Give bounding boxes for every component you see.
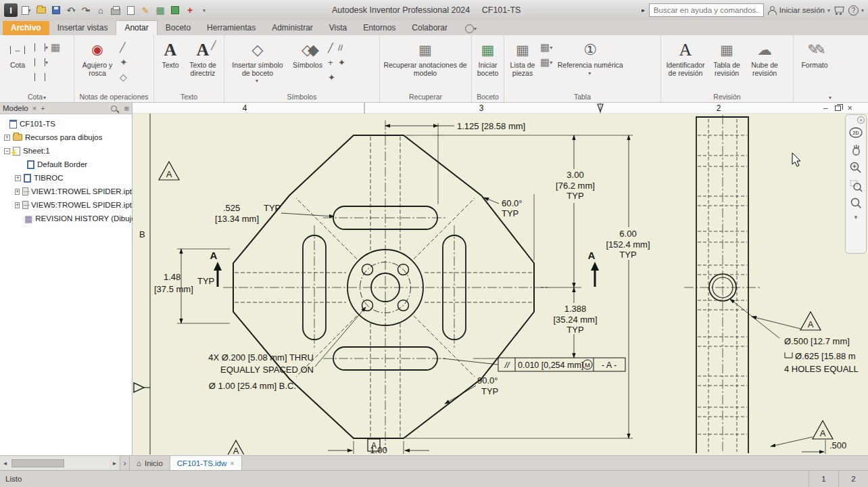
parallel-symbol-button[interactable]: // — [337, 40, 347, 55]
measure-button[interactable]: ✎ — [139, 3, 151, 17]
formato-button[interactable]: ✎✎ Formato — [796, 37, 834, 71]
home-button[interactable]: ⌂ — [95, 3, 107, 17]
bend-note-button[interactable]: ◇ — [118, 70, 129, 85]
scroll-right-icon[interactable]: ▸ — [110, 459, 120, 467]
zoom-all-button[interactable] — [847, 194, 865, 212]
doc-restore-button[interactable] — [835, 106, 841, 111]
doc-minimize-button[interactable]: – — [823, 103, 828, 113]
tab-entornos[interactable]: Entornos — [355, 21, 404, 35]
tree-item-sheet1[interactable]: − ⚡ Sheet:1 — [0, 144, 132, 158]
browser-add-tab-icon[interactable]: + — [41, 104, 45, 112]
sign-in-chevron-icon[interactable]: ▾ — [827, 7, 830, 14]
browser-title[interactable]: Modelo — [3, 104, 28, 112]
doc-tab-inicio[interactable]: ⌂ Inicio — [130, 456, 170, 470]
browser-menu-icon[interactable]: ≡ — [124, 103, 129, 114]
group-label-revision[interactable]: Revisión — [661, 93, 793, 101]
group-label-cota[interactable]: Cota ▾ — [0, 93, 74, 101]
baseline-dim-button[interactable]: ▾ — [33, 40, 49, 55]
group-label-simbolos[interactable]: Símbolos — [224, 93, 379, 101]
expand-icon[interactable]: + — [15, 175, 21, 181]
tree-item-view1[interactable]: + VIEW1:TROWEL SPIDER.ipt — [0, 185, 132, 198]
material-button[interactable]: ▦ — [154, 3, 166, 17]
scrollbar-track[interactable] — [10, 459, 110, 468]
zoom-window-button[interactable] — [847, 177, 865, 194]
weld-symbol-button[interactable]: ✦ — [327, 70, 337, 85]
help-chevron-icon[interactable]: ▾ — [861, 7, 864, 14]
recuperar-button[interactable]: ▦ Recuperar anotaciones de modelo — [382, 37, 468, 78]
print-preview-button[interactable] — [124, 3, 137, 17]
browser-expand-chevron[interactable]: › — [120, 456, 130, 470]
tab-close-icon[interactable]: × — [230, 459, 234, 467]
group-label-notas[interactable]: Notas de operaciones — [74, 93, 153, 101]
ribbon-display-options[interactable]: ▾ — [465, 24, 477, 35]
doc-close-button[interactable]: × — [848, 103, 852, 113]
tree-item-recursos[interactable]: + Recursos para dibujos — [0, 131, 132, 144]
expand-icon[interactable]: + — [15, 202, 20, 208]
scrollbar-thumb[interactable] — [11, 459, 64, 467]
drawing-sheet[interactable] — [132, 114, 868, 455]
insertar-simbolo-button[interactable]: ◇ Insertar símbolo de boceto ▾ — [226, 37, 289, 87]
zoom-in-button[interactable] — [847, 159, 865, 177]
simbolos-button[interactable]: ◇◆ Símbolos — [289, 37, 327, 71]
table-button[interactable]: ▦▾ — [539, 40, 554, 55]
cota-button[interactable]: ↔ Cota — [2, 37, 33, 71]
redo-button[interactable]: ↷▾ — [80, 3, 92, 17]
add-qat-button[interactable]: + — [184, 3, 196, 17]
tree-item-view5[interactable]: + VIEW5:TROWEL SPIDER.ipt — [0, 198, 132, 212]
texto-directriz-button[interactable]: A Texto de directriz — [185, 37, 221, 78]
scroll-left-icon[interactable]: ◂ — [0, 459, 10, 467]
group-label-tabla[interactable]: Tabla — [504, 93, 660, 101]
hole-table-button[interactable]: ▦▾ — [539, 55, 554, 70]
retrieve-dim-button[interactable]: ▦ — [49, 40, 62, 55]
texto-button[interactable]: A Texto — [156, 37, 185, 71]
expand-icon[interactable]: + — [4, 135, 10, 141]
browser-horizontal-scrollbar[interactable]: ◂ ▸ — [0, 456, 120, 470]
drawing-canvas[interactable]: 4 3 2 B — [132, 103, 868, 455]
print-button[interactable] — [110, 3, 122, 17]
save-button[interactable] — [50, 3, 62, 17]
tab-boceto[interactable]: Boceto — [158, 21, 199, 35]
iniciar-boceto-button[interactable]: ▦ Iniciar boceto — [474, 37, 502, 78]
agujero-rosca-button[interactable]: ◉ Agujero y rosca — [76, 37, 118, 78]
steering-wheel-2d-button[interactable]: 2D — [847, 124, 865, 141]
tab-administrar[interactable]: Administrar — [264, 21, 321, 35]
chamfer-note-button[interactable]: ╱ — [118, 40, 129, 55]
chain-dim-button[interactable] — [33, 70, 49, 85]
browser-search-icon[interactable] — [111, 106, 117, 112]
ordinate-dim-button[interactable]: ▾ — [33, 55, 49, 70]
doc-tab-drawing[interactable]: CF101-TS.idw × — [170, 456, 242, 470]
pan-hand-button[interactable] — [847, 141, 865, 159]
tab-vista[interactable]: Vista — [321, 21, 355, 35]
identificador-revision-button[interactable]: A Identificador de revisión — [663, 37, 708, 78]
search-expand-icon[interactable]: ▸ — [642, 7, 645, 14]
formato-group-chevron[interactable]: ▾ — [794, 93, 868, 101]
open-button[interactable] — [35, 3, 47, 17]
new-file-button[interactable]: ▾ — [20, 3, 32, 17]
browser-close-icon[interactable]: × — [32, 104, 37, 112]
tab-colaborar[interactable]: Colaborar — [404, 21, 456, 35]
punch-note-button[interactable]: ✦ — [118, 55, 129, 70]
qat-customize-button[interactable]: ▾ — [199, 3, 211, 17]
tab-anotar[interactable]: Anotar — [116, 20, 157, 35]
datum-target-button[interactable]: + — [327, 55, 337, 70]
tree-item-tibroc[interactable]: + TIBROC — [0, 171, 132, 185]
navbar-more-chevron-icon[interactable]: ▾ — [847, 212, 865, 223]
group-label-texto[interactable]: Texto — [154, 93, 224, 101]
feature-cf-button[interactable]: ✦ — [337, 55, 347, 70]
inventor-logo[interactable]: I — [4, 3, 18, 17]
store-cart-icon[interactable] — [834, 7, 844, 14]
tab-archivo[interactable]: Archivo — [3, 21, 49, 35]
undo-button[interactable]: ↶▾ — [65, 3, 77, 17]
group-label-boceto[interactable]: Boceto — [472, 93, 504, 101]
tab-herramientas[interactable]: Herramientas — [199, 21, 264, 35]
tree-item-default-border[interactable]: Default Border — [0, 158, 132, 171]
referencia-numerica-button[interactable]: ① Referencia numérica ▾ — [554, 37, 627, 78]
lista-piezas-button[interactable]: ▦ Lista de piezas — [506, 37, 539, 78]
surface-symbol-button[interactable]: ╱ — [327, 40, 337, 55]
tabla-revision-button[interactable]: ▦ Tabla de revisión — [708, 37, 746, 78]
tree-item-revision-history[interactable]: ▦ REVISION HISTORY (Dibujo) — [0, 212, 132, 225]
tree-item-root[interactable]: CF101-TS — [0, 117, 132, 131]
group-label-recuperar[interactable]: Recuperar — [380, 93, 471, 101]
help-icon[interactable]: ? — [848, 5, 859, 16]
appearance-button[interactable] — [169, 3, 181, 17]
